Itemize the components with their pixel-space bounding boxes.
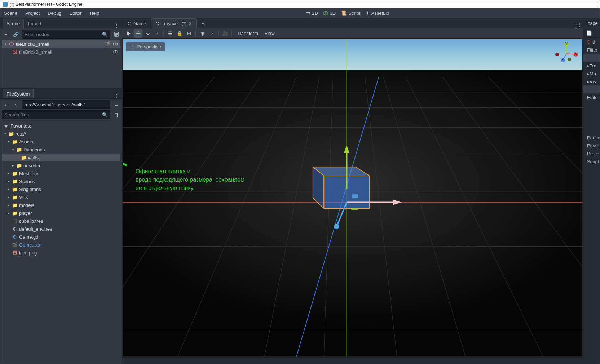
view-mode-icon[interactable]: ≡ xyxy=(112,101,120,108)
close-icon[interactable]: × xyxy=(189,21,192,26)
scene-child-node[interactable]: tileBrickB_small xyxy=(2,48,120,56)
folder-singletons[interactable]: ▸ 📁Singletons xyxy=(2,185,120,193)
tab-import[interactable]: Import xyxy=(25,19,45,28)
prop-pause[interactable]: Pause xyxy=(583,134,600,142)
prop-process[interactable]: Proce xyxy=(583,150,600,157)
inspector-toolbar: 📄 xyxy=(583,28,600,38)
svg-line-18 xyxy=(324,77,333,356)
visibility-icon[interactable] xyxy=(113,41,118,46)
search-files-input[interactable]: 🔍 xyxy=(2,110,110,119)
snap-icon[interactable]: ⁘ xyxy=(207,29,216,38)
folder-unsorted[interactable]: ▸ 📁unsorted xyxy=(2,161,120,169)
chevron-down-icon[interactable]: ▾ xyxy=(4,42,7,46)
chevron-down-icon[interactable]: ▾ xyxy=(3,132,7,136)
3d-viewport[interactable]: Perspective Y X Z Офигенная плитка и вро… xyxy=(123,39,582,356)
move-tool-icon[interactable] xyxy=(134,29,142,38)
tab-inspector[interactable]: Inspe xyxy=(583,18,600,28)
prop-script[interactable]: Script xyxy=(583,157,600,165)
section-header[interactable] xyxy=(583,54,600,62)
visibility-icon[interactable] xyxy=(113,49,118,54)
editor-assetlib-button[interactable]: ⬇ AssetLib xyxy=(365,10,389,16)
view-menu[interactable]: View xyxy=(262,31,278,36)
search-icon: 🔍 xyxy=(102,112,108,117)
folder-walls[interactable]: 📁walls xyxy=(2,154,120,161)
sort-icon[interactable]: ⇅ xyxy=(112,111,120,119)
section-transform[interactable]: ▸ Tra xyxy=(583,62,600,70)
link-icon[interactable]: 🔗 xyxy=(12,30,20,38)
chevron-down-icon[interactable]: ▾ xyxy=(7,140,10,143)
folder-models[interactable]: ▸ 📁models xyxy=(2,201,120,209)
prop-physics[interactable]: Physi xyxy=(583,142,600,150)
tab-filesystem[interactable]: FileSystem xyxy=(3,89,34,98)
file-game-tscn[interactable]: 🎬Game.tscn xyxy=(2,241,120,249)
scene-root-node[interactable]: ▾ tileBrickB_small 🎬 xyxy=(2,40,120,48)
chevron-right-icon[interactable]: ▸ xyxy=(7,211,10,215)
search-icon: 🔍 xyxy=(102,32,108,37)
camera-override-icon[interactable]: 🎥 xyxy=(221,29,229,38)
section-visibility[interactable]: ▸ Vis xyxy=(583,77,600,85)
section-matrix[interactable]: ▸ Ma xyxy=(583,70,600,77)
file-icon-png[interactable]: 🖼icon.png xyxy=(2,249,120,257)
section-editor[interactable]: Edito xyxy=(583,93,600,101)
orientation-gizmo[interactable]: Y X Z xyxy=(555,42,578,65)
svg-line-4 xyxy=(13,50,16,53)
scene-tab-game[interactable]: Game xyxy=(124,19,150,28)
path-field[interactable]: res://Assets/Dungeons/walls/ xyxy=(22,100,110,109)
chevron-down-icon[interactable]: ▾ xyxy=(11,148,15,151)
file-game-gd[interactable]: ⚙Game.gd xyxy=(2,233,120,241)
list-select-icon[interactable]: ☰ xyxy=(166,29,175,38)
chevron-right-icon[interactable]: ▸ xyxy=(7,187,10,191)
chevron-right-icon[interactable]: ▸ xyxy=(7,203,10,207)
scene-instance-icon[interactable]: 🎬 xyxy=(105,41,111,47)
editor-3d-button[interactable]: 3D xyxy=(323,10,336,16)
menu-debug[interactable]: Debug xyxy=(48,10,61,16)
nav-back-icon[interactable]: ‹ xyxy=(2,101,10,108)
folder-vfx[interactable]: ▸ 📁VFX xyxy=(2,193,120,201)
folder-meshlibs[interactable]: ▸ 📁MeshLibs xyxy=(2,169,120,177)
svg-line-23 xyxy=(488,77,582,356)
editor-2d-button[interactable]: ⇆ 2D xyxy=(306,10,318,16)
folder-res[interactable]: ▾ 📁res:// xyxy=(2,130,120,138)
chevron-right-icon[interactable]: ▸ xyxy=(7,195,10,199)
perspective-button[interactable]: Perspective xyxy=(126,42,165,51)
inspector-filter[interactable]: Filter xyxy=(583,46,600,54)
folder-dungeons[interactable]: ▾ 📁Dungeons xyxy=(2,146,120,154)
editor-script-button[interactable]: 📜 Script xyxy=(341,10,360,16)
chevron-right-icon[interactable]: ▸ xyxy=(11,164,15,167)
svg-line-19 xyxy=(365,77,397,356)
tab-scene[interactable]: Scene xyxy=(3,19,24,28)
lock-icon[interactable]: 🔒 xyxy=(175,29,184,38)
svg-text:Y: Y xyxy=(565,42,568,46)
svg-rect-36 xyxy=(352,194,358,198)
svg-line-20 xyxy=(383,77,466,356)
section-header[interactable] xyxy=(583,85,600,93)
filter-nodes-input[interactable]: 🔍 xyxy=(22,30,110,39)
rotate-tool-icon[interactable]: ⟲ xyxy=(143,29,152,38)
file-default-env[interactable]: ⚙default_env.tres xyxy=(2,225,120,233)
menu-editor[interactable]: Editor xyxy=(70,10,82,16)
folder-scenes[interactable]: ▸ 📁Scenes xyxy=(2,177,120,185)
distraction-free-icon[interactable]: ⛶ xyxy=(575,23,583,28)
scene-tab-unsaved[interactable]: [unsaved](*)× xyxy=(151,18,196,28)
transform-menu[interactable]: Transform xyxy=(234,31,261,36)
folder-player[interactable]: ▸ 📁player xyxy=(2,209,120,217)
menu-project[interactable]: Project xyxy=(25,10,40,16)
select-tool-icon[interactable] xyxy=(124,29,133,38)
chevron-right-icon[interactable]: ▸ xyxy=(7,179,10,183)
dock-menu-icon[interactable]: ⋮ xyxy=(114,23,119,28)
local-space-icon[interactable]: ◉ xyxy=(198,29,207,38)
group-icon[interactable]: ⊞ xyxy=(185,29,193,38)
add-node-icon[interactable]: ＋ xyxy=(2,30,10,38)
scale-tool-icon[interactable]: ⤢ xyxy=(153,29,161,38)
attach-script-icon[interactable] xyxy=(112,30,120,38)
menu-help[interactable]: Help xyxy=(90,10,100,16)
chevron-right-icon[interactable]: ▸ xyxy=(7,172,10,175)
file-cubelib[interactable]: ⬚cubelib.tres xyxy=(2,217,120,225)
folder-assets[interactable]: ▾ 📁Assets xyxy=(2,138,120,146)
menu-scene[interactable]: Scene xyxy=(4,10,17,16)
add-scene-icon[interactable]: ＋ xyxy=(197,19,209,28)
dock-menu-icon[interactable]: ⋮ xyxy=(114,93,119,98)
nav-forward-icon[interactable]: › xyxy=(12,101,20,108)
inspector-resource[interactable]: ti xyxy=(583,38,600,46)
svg-line-26 xyxy=(296,77,379,356)
